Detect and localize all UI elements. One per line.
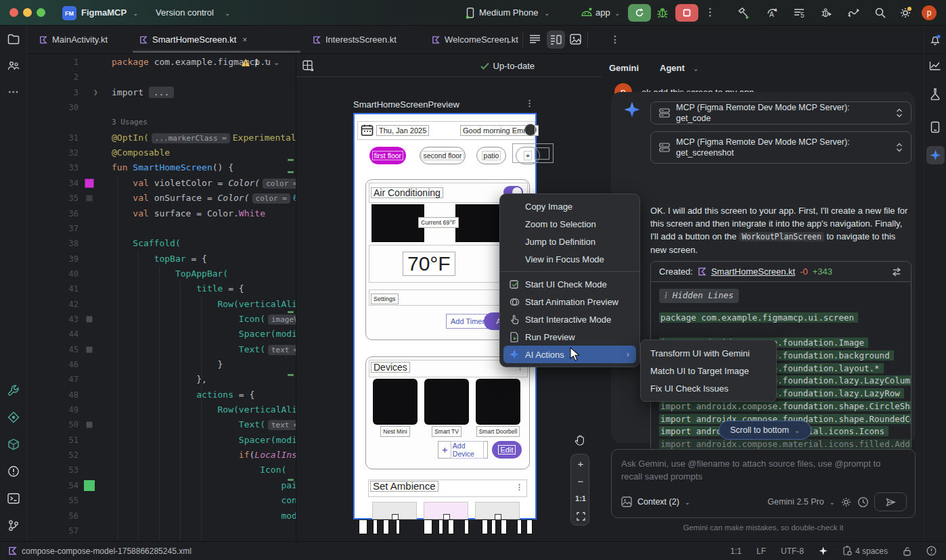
design-view-icon[interactable]: [570, 34, 581, 45]
expand-chevrons-icon[interactable]: [896, 143, 903, 152]
more-tool-windows-icon[interactable]: ⋯: [8, 85, 19, 98]
debug-button[interactable]: [656, 7, 669, 19]
agent-mode-selector[interactable]: Agent: [660, 63, 685, 73]
menu-item-copy-image[interactable]: Copy Image: [503, 197, 636, 215]
ambience-tile[interactable]: [475, 502, 520, 519]
submenu-item-match-ui-to-target-image[interactable]: Match UI to Target Image: [641, 362, 776, 379]
code-editor[interactable]: 1package com.example.figmamcp.u23❯import…: [27, 55, 296, 541]
settings-gear-icon[interactable]: [899, 6, 912, 20]
build-run-icon[interactable]: [738, 7, 750, 19]
editor-tab[interactable]: InterestsScreen.kt: [306, 26, 421, 53]
menu-item-view-in-focus-mode[interactable]: View in Focus Mode: [503, 250, 636, 268]
menu-item-run-preview[interactable]: Run Preview: [503, 328, 636, 346]
editor-tab[interactable]: SmartHomeScreen.kt×: [133, 26, 300, 53]
add-device-button[interactable]: Add Device: [438, 441, 488, 459]
profiler-icon[interactable]: A: [766, 7, 779, 19]
terminal-icon[interactable]: [7, 492, 20, 505]
caret-position[interactable]: 1:1: [730, 546, 742, 556]
attach-image-icon[interactable]: [621, 496, 632, 507]
menu-item-zoom-to-selection[interactable]: Zoom to Selection: [503, 215, 636, 233]
collaboration-icon[interactable]: [7, 60, 20, 71]
device-image[interactable]: [424, 379, 469, 425]
fold-arrow-icon[interactable]: ❯: [93, 85, 98, 100]
error-indicator-icon[interactable]: [926, 546, 937, 556]
add-timer-button[interactable]: Add Timer: [446, 314, 489, 329]
problems-icon[interactable]: [7, 465, 20, 477]
model-selector[interactable]: Gemini 2.5 Pro: [767, 497, 824, 507]
gemini-panel-toggle[interactable]: [926, 146, 945, 164]
prompt-settings-gear-icon[interactable]: [840, 496, 852, 508]
split-view-icon[interactable]: [547, 30, 565, 49]
next-issue-icon[interactable]: ⌄: [273, 58, 279, 67]
zoom-in-button[interactable]: +: [571, 454, 590, 472]
line-ending[interactable]: LF: [757, 546, 766, 556]
menu-item-jump-to-definition[interactable]: Jump to Definition: [503, 233, 636, 250]
prev-issue-icon[interactable]: ⌃: [263, 58, 269, 67]
todo-list-icon[interactable]: 5: [793, 7, 806, 18]
gemini-status-sparkle-icon[interactable]: [819, 546, 828, 555]
menu-item-start-ui-check-mode[interactable]: Start UI Check Mode: [503, 275, 636, 293]
hidden-lines-chip[interactable]: ⁞ Hidden Lines: [659, 289, 739, 303]
statusbar-file[interactable]: compose-compose-model-1758866285245.xml: [8, 546, 192, 556]
ambience-tile[interactable]: [424, 502, 468, 519]
usages-hint[interactable]: 3 Usages: [112, 115, 148, 130]
created-file-link[interactable]: SmartHomeScreen.kt: [711, 266, 795, 277]
floor-chip[interactable]: second floor: [420, 147, 466, 164]
code-view-icon[interactable]: [529, 34, 541, 44]
zoom-actual-size-button[interactable]: 1:1: [571, 490, 590, 507]
menu-item-start-interactive-mode[interactable]: Start Interactive Mode: [503, 310, 636, 328]
open-diff-icon[interactable]: [891, 267, 903, 277]
user-avatar[interactable]: p: [922, 5, 937, 20]
edit-button[interactable]: Edit: [492, 441, 522, 459]
device-image[interactable]: [373, 379, 418, 425]
floor-chip[interactable]: first floor: [369, 147, 406, 164]
tab-scrollbar[interactable]: [133, 51, 300, 53]
ambience-tile[interactable]: [372, 502, 417, 519]
expand-chevrons-icon[interactable]: [896, 108, 903, 118]
minimize-window-button[interactable]: [23, 8, 32, 17]
gutter-color-swatch[interactable]: [85, 179, 94, 188]
send-button[interactable]: [874, 492, 907, 511]
git-branch-icon[interactable]: [7, 519, 20, 532]
gutter-color-swatch[interactable]: [87, 422, 93, 428]
readonly-lock-icon[interactable]: [903, 546, 911, 556]
inspection-widget[interactable]: 1 ⌃ ⌄: [241, 57, 279, 67]
figma-plugin-icon[interactable]: [7, 411, 20, 423]
sync-insights-icon[interactable]: [847, 7, 861, 19]
gutter-color-swatch[interactable]: [87, 317, 93, 323]
search-everywhere-icon[interactable]: [874, 7, 886, 19]
menu-item-start-animation-preview[interactable]: Start Animation Preview: [503, 293, 636, 310]
indent-config[interactable]: 4 spaces: [842, 546, 888, 556]
mcp-tool-card[interactable]: MCP (Figma Remote Dev Mode MCP Server): …: [650, 101, 911, 124]
tab-list-chevron-icon[interactable]: ⌄: [505, 36, 512, 45]
notifications-bell-icon[interactable]: [929, 34, 941, 46]
pan-hand-icon[interactable]: [570, 431, 589, 448]
floor-chip[interactable]: patio: [476, 147, 506, 164]
context-selector[interactable]: Context (2): [637, 497, 679, 507]
close-tab-icon[interactable]: ×: [242, 35, 247, 45]
editor-tab[interactable]: WelcomeScreen.kt: [425, 26, 545, 53]
rerun-button[interactable]: [628, 4, 651, 22]
gutter-color-swatch[interactable]: [87, 195, 93, 202]
zoom-to-fit-icon[interactable]: [571, 507, 590, 525]
insights-icon[interactable]: [930, 88, 941, 100]
grid-layout-icon[interactable]: [302, 60, 314, 72]
project-folder-icon[interactable]: [7, 34, 20, 45]
device-manager-icon[interactable]: [930, 121, 940, 133]
run-config-selector[interactable]: app: [595, 7, 610, 18]
zoom-out-button[interactable]: −: [571, 472, 590, 490]
more-actions-kebab-icon[interactable]: ⋮: [705, 6, 715, 18]
maximize-window-button[interactable]: [37, 8, 45, 17]
preview-options-kebab-icon[interactable]: ⋮: [525, 98, 534, 108]
history-clock-icon[interactable]: [857, 496, 869, 508]
editor-options-kebab-icon[interactable]: ⋮: [610, 34, 620, 45]
submenu-item-transform-ui-with-gemini[interactable]: Transform UI with Gemini: [641, 344, 776, 362]
scroll-to-bottom-button[interactable]: Scroll to bottom⌄: [719, 421, 811, 440]
prompt-input-box[interactable]: Ask Gemini, use @filename to attach sour…: [611, 449, 916, 518]
profiler-graph-icon[interactable]: [929, 60, 941, 71]
device-selector[interactable]: Medium Phone: [479, 7, 538, 18]
editor-tab[interactable]: MainActivity.kt: [32, 26, 133, 53]
project-selector[interactable]: FigmaMCP: [81, 7, 127, 18]
build-tool-icon[interactable]: [7, 384, 20, 396]
submenu-item-fix-ui-check-issues[interactable]: Fix UI Check Issues: [641, 379, 776, 397]
